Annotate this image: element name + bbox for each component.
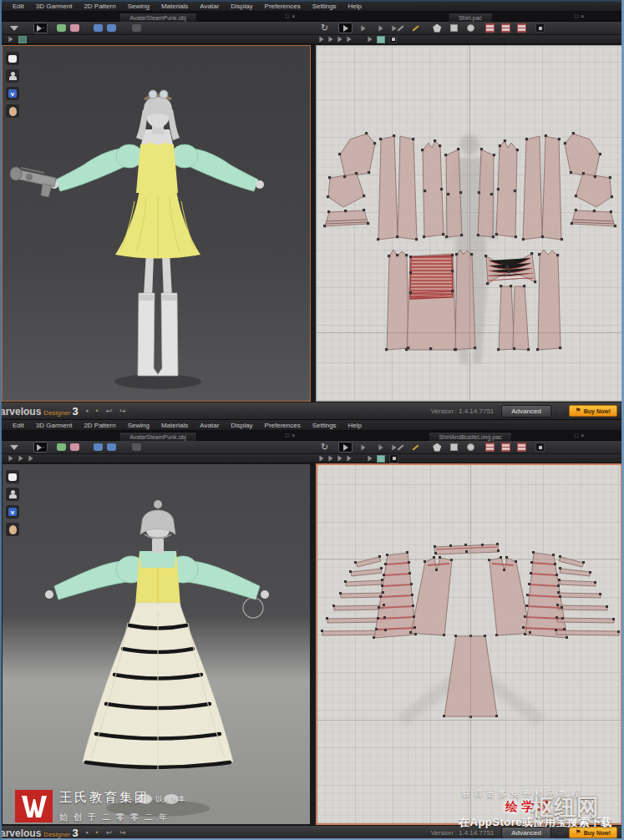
menu-item[interactable]: Materials <box>161 422 188 429</box>
texture-tool-icon[interactable] <box>377 36 385 43</box>
menu-item[interactable]: Settings <box>312 3 337 10</box>
garment-pink-icon[interactable] <box>70 443 79 451</box>
edit-curve-tool-icon[interactable] <box>356 23 370 33</box>
viewport-3d-top[interactable]: v <box>2 45 311 402</box>
garment-blue2-icon[interactable] <box>107 443 116 451</box>
dart-tool-icon[interactable] <box>535 23 545 33</box>
sync-icon[interactable]: ↻ <box>321 23 328 33</box>
close-icon[interactable]: × <box>581 433 586 438</box>
seam-icon[interactable] <box>337 37 342 43</box>
edit-pattern-tool-icon[interactable] <box>338 23 353 33</box>
sim-quality-icon[interactable] <box>18 36 27 43</box>
menu-item[interactable]: Settings <box>312 422 337 429</box>
menu-item[interactable]: Avatar <box>200 422 219 429</box>
play-icon[interactable] <box>8 456 13 462</box>
rectangle-tool-icon[interactable] <box>450 24 458 32</box>
garment-blue2-icon[interactable] <box>107 24 116 32</box>
pen-tool-icon[interactable] <box>408 23 423 33</box>
texture-arrow-icon[interactable] <box>368 456 372 462</box>
sync-icon[interactable]: ↻ <box>321 443 328 452</box>
shoes-dock-icon[interactable]: v <box>6 505 19 519</box>
viewport-2d-bottom[interactable] <box>316 463 622 825</box>
circle-tool-icon[interactable] <box>467 24 474 32</box>
redo-icon[interactable]: ↪ <box>119 407 126 415</box>
save-icon[interactable]: ▪ <box>86 407 89 415</box>
swatch-icon[interactable]: ▪ <box>96 829 99 836</box>
buy-now-button[interactable]: ⚑Buy Now! <box>569 405 617 417</box>
sewing-edit-icon[interactable] <box>328 456 332 462</box>
sewing-tool-icon[interactable] <box>319 37 323 43</box>
menu-item[interactable]: Preferences <box>265 422 301 429</box>
menu-item[interactable]: Help <box>348 422 362 429</box>
seam2-icon[interactable] <box>347 37 351 43</box>
garment-blue-icon[interactable] <box>94 443 103 451</box>
menu-item[interactable]: Avatar <box>200 3 219 10</box>
edit-curve-tool-icon[interactable] <box>356 442 370 453</box>
menu-item[interactable]: Preferences <box>265 3 301 10</box>
polygon-tool-icon[interactable] <box>433 443 441 452</box>
menu-item[interactable]: 3D Garment <box>36 422 73 429</box>
menu-item[interactable]: Edit <box>13 3 24 10</box>
menu-item[interactable]: Display <box>231 3 252 10</box>
seam2-icon[interactable] <box>347 456 351 462</box>
edit-curvature-tool-icon[interactable] <box>373 442 388 453</box>
play2-icon[interactable] <box>18 456 23 462</box>
tab-3d-garment[interactable]: AvatarSteamPunk.obj <box>119 432 197 441</box>
play3-icon[interactable] <box>28 456 33 462</box>
window-controls-3d[interactable]: □× <box>286 433 297 439</box>
internal-rectangle-icon[interactable] <box>501 443 510 452</box>
window-controls-2d[interactable]: □× <box>575 13 586 20</box>
seam-icon[interactable] <box>337 456 342 462</box>
head-dock-icon[interactable] <box>6 523 19 536</box>
menu-item[interactable]: Help <box>348 3 362 10</box>
garment-blue-icon[interactable] <box>94 24 103 32</box>
select-move-tool-icon[interactable]: · <box>33 442 48 453</box>
redo-icon[interactable]: ↪ <box>119 829 126 837</box>
drop-arrow-icon[interactable] <box>7 23 21 33</box>
edit-curvature-tool-icon[interactable] <box>373 23 388 33</box>
menu-item[interactable]: Sewing <box>128 3 150 10</box>
tab-3d-garment[interactable]: AvatarSteamPunk.obj <box>119 13 197 22</box>
menu-item[interactable]: Sewing <box>128 422 150 429</box>
internal-rectangle-icon[interactable] <box>501 23 510 33</box>
garment-green-icon[interactable] <box>57 24 66 32</box>
garment-dock-icon[interactable] <box>6 52 19 65</box>
window-controls-2d[interactable]: □× <box>575 433 586 439</box>
polygon-tool-icon[interactable] <box>433 24 441 33</box>
close-icon[interactable]: × <box>581 13 586 19</box>
edit-pattern-tool-icon[interactable] <box>338 442 353 453</box>
avatar-dock-icon[interactable] <box>6 488 19 501</box>
menu-item[interactable]: 2D Pattern <box>84 3 115 10</box>
drop-arrow-icon[interactable] <box>7 442 21 453</box>
garment-ghost-icon[interactable] <box>132 24 141 32</box>
menu-item[interactable]: Display <box>231 422 252 429</box>
texture-tool-icon[interactable] <box>377 455 385 463</box>
dart-tool-icon[interactable] <box>535 443 545 452</box>
internal-circle-icon[interactable] <box>517 23 526 33</box>
circle-tool-icon[interactable] <box>467 443 474 451</box>
add-point-tool-icon[interactable] <box>391 23 405 33</box>
internal-polygon-icon[interactable] <box>485 23 495 33</box>
texture-dark-icon[interactable] <box>389 36 397 43</box>
sewing-edit-icon[interactable] <box>328 37 332 43</box>
undo-icon[interactable]: ↩ <box>106 407 113 415</box>
sewing-tool-icon[interactable] <box>319 456 323 462</box>
window-controls-3d[interactable]: □× <box>286 13 297 20</box>
garment-green-icon[interactable] <box>57 443 66 451</box>
play-icon[interactable] <box>8 37 13 43</box>
tab-2d-pattern[interactable]: Shirt.pac <box>448 13 493 22</box>
internal-polygon-icon[interactable] <box>485 443 495 452</box>
select-move-tool-icon[interactable]: · <box>33 23 48 33</box>
pen-tool-icon[interactable] <box>408 442 423 453</box>
tab-2d-pattern[interactable]: ShirtAndBustleLong.pac <box>428 432 512 441</box>
menu-item[interactable]: Edit <box>13 422 24 429</box>
avatar-dock-icon[interactable] <box>6 69 19 83</box>
texture-dark-icon[interactable] <box>389 454 398 463</box>
swatch-icon[interactable]: ▪ <box>96 407 99 414</box>
texture-arrow-icon[interactable] <box>368 37 372 43</box>
save-icon[interactable]: ▪ <box>86 829 89 837</box>
menu-item[interactable]: Materials <box>161 3 188 10</box>
add-point-tool-icon[interactable] <box>391 442 405 453</box>
menu-item[interactable]: 3D Garment <box>36 3 73 10</box>
menu-item[interactable]: 2D Pattern <box>84 422 115 429</box>
